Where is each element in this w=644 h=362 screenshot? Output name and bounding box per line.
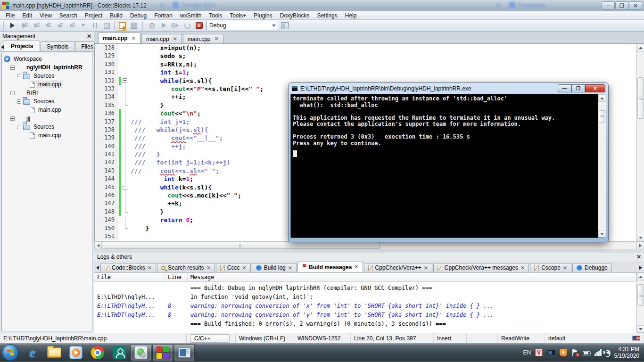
fold-margin[interactable]: [122, 158, 129, 166]
console-title-bar[interactable]: E:\LTHDT\nglyHDH_laptrinhRR\bin\Debug\ng…: [290, 83, 606, 94]
console-close-button[interactable]: ✕: [585, 84, 605, 92]
fold-margin[interactable]: [122, 126, 129, 134]
close-button[interactable]: ✕: [629, 1, 642, 10]
logs-close-icon[interactable]: ✕: [636, 254, 641, 260]
fold-margin[interactable]: [122, 142, 129, 150]
management-close-icon[interactable]: ✕: [87, 33, 91, 40]
tree-item-sources[interactable]: Sources: [3, 123, 91, 131]
editor-vertical-scrollbar[interactable]: [636, 44, 644, 241]
fold-margin[interactable]: [122, 44, 129, 52]
fold-margin[interactable]: [122, 101, 129, 109]
fold-margin[interactable]: [122, 85, 129, 93]
toolbar-grip[interactable]: [2, 21, 4, 30]
code-line-130[interactable]: 130 s=RR(x,n);: [95, 60, 636, 68]
stop-debugger-button[interactable]: ✕: [101, 21, 112, 31]
minimize-button[interactable]: –: [602, 1, 615, 10]
scroll-down-icon[interactable]: [637, 234, 644, 241]
next-line-button[interactable]: [31, 21, 41, 31]
tab-close-icon[interactable]: ✕: [215, 36, 219, 42]
console-minimize-button[interactable]: —: [558, 84, 571, 92]
clock[interactable]: 4:31 PM 5/19/2020: [614, 346, 639, 359]
menu-item-tools[interactable]: Tools: [205, 11, 226, 20]
logs-tab-build-messages[interactable]: Build messages✕: [297, 262, 363, 272]
tree-item-workspace[interactable]: Workspace: [3, 55, 91, 63]
debugging-windows-button[interactable]: [117, 21, 127, 31]
tab-close-icon[interactable]: ✕: [288, 265, 292, 271]
tree-item-rrrr[interactable]: RrRr: [3, 89, 91, 97]
tree-item-nglyhdh-laptrinhrr[interactable]: nglyHDH_laptrinhRR: [3, 63, 91, 72]
tab-close-icon[interactable]: ✕: [242, 265, 247, 271]
tab-close-icon[interactable]: ✕: [354, 264, 358, 270]
tray-v-app-icon[interactable]: V: [535, 349, 543, 356]
fold-margin[interactable]: [122, 118, 129, 126]
tab-close-icon[interactable]: ✕: [563, 265, 567, 271]
expander-icon[interactable]: [17, 99, 21, 104]
editor-tab-2[interactable]: main.cpp✕: [141, 34, 182, 43]
logs-tab-debugge[interactable]: Debugge: [572, 263, 612, 272]
menu-item-view[interactable]: View: [36, 11, 56, 20]
taskbar-codeblocks-icon[interactable]: [152, 344, 173, 361]
next-instruction-button[interactable]: [66, 21, 76, 31]
menu-item-fortran[interactable]: Fortran: [150, 11, 176, 20]
tree-item-main-cpp[interactable]: main.cpp: [3, 106, 91, 114]
menu-item-doxyblocks[interactable]: DoxyBlocks: [276, 11, 314, 20]
fold-margin[interactable]: [122, 224, 129, 232]
taskbar-internet-explorer-icon[interactable]: e: [22, 344, 43, 361]
expander-icon[interactable]: [17, 74, 21, 78]
run-button[interactable]: [158, 21, 169, 31]
build-button[interactable]: [147, 21, 157, 31]
scroll-up-icon[interactable]: [598, 94, 605, 102]
tree-item-sources[interactable]: Sources: [3, 97, 91, 106]
management-tab-symbols[interactable]: Symbols: [41, 41, 74, 51]
fold-margin[interactable]: [122, 191, 129, 199]
build-message-row[interactable]: E:\LTHDT\nglyH...8warning: narrowing con…: [94, 311, 636, 320]
editor-tab-3[interactable]: main.cpp✕: [183, 34, 223, 43]
menu-item-debug[interactable]: Debug: [126, 11, 150, 20]
build-target-dropdown-arrow[interactable]: [270, 21, 278, 30]
tab-close-icon[interactable]: ✕: [206, 265, 211, 271]
code-line-131[interactable]: 131 int i=1;: [95, 68, 636, 76]
fold-margin[interactable]: [122, 208, 129, 216]
logs-tab-cccc[interactable]: Cccc✕: [216, 263, 251, 272]
fold-margin[interactable]: [122, 150, 129, 158]
rebuild-button[interactable]: [182, 21, 192, 31]
menu-item-help[interactable]: Help: [341, 11, 361, 20]
title-bar[interactable]: main.cpp [nglyHDH_laptrinhRR] - Code::Bl…: [0, 0, 644, 11]
fold-margin[interactable]: [122, 232, 129, 240]
debug-continue-button[interactable]: [7, 21, 17, 31]
run-to-cursor-button[interactable]: [19, 21, 29, 31]
console-scrollbar[interactable]: [598, 94, 606, 238]
tray-battery-icon[interactable]: [583, 351, 590, 355]
compiler-options-button[interactable]: [280, 21, 290, 31]
taskbar-media-player-icon[interactable]: [66, 344, 86, 361]
taskbar-unikey-icon[interactable]: [131, 344, 151, 361]
fold-margin[interactable]: [122, 199, 129, 207]
fold-margin[interactable]: [122, 134, 129, 142]
expander-icon[interactable]: [10, 66, 15, 70]
tree-item-main-cpp[interactable]: main.cpp: [3, 80, 91, 89]
status-language[interactable]: C/C++: [187, 333, 236, 343]
fold-margin[interactable]: [122, 175, 129, 183]
table-header[interactable]: File Line Message: [94, 273, 636, 282]
tray-antivirus-icon[interactable]: [560, 349, 567, 356]
tab-close-icon[interactable]: ✕: [173, 36, 177, 42]
menu-item-file[interactable]: File: [2, 11, 18, 20]
code-line-129[interactable]: 129 sodo s;: [95, 52, 636, 60]
toolbar-grip[interactable]: [142, 21, 144, 30]
menu-item-search[interactable]: Search: [56, 11, 81, 20]
editor-tab-1[interactable]: main.cpp✕: [98, 33, 140, 43]
tab-close-icon[interactable]: ✕: [424, 265, 428, 271]
break-debugger-button[interactable]: [90, 21, 100, 31]
expander-icon[interactable]: [10, 91, 15, 95]
menu-item-edit[interactable]: Edit: [18, 11, 36, 20]
logs-tab-cppcheck-veraplusplus[interactable]: CppCheck/Vera++✕: [364, 263, 432, 272]
code-line-128[interactable]: 128 x=input(n);: [95, 44, 636, 52]
logs-tab-search-results[interactable]: Search results✕: [157, 263, 215, 272]
menu-item-toolsplus[interactable]: Tools+: [226, 11, 250, 20]
scroll-down-icon[interactable]: [598, 230, 605, 238]
menu-item-wxsmith[interactable]: wxSmith: [176, 11, 205, 20]
taskbar-explorer-icon[interactable]: [44, 344, 65, 361]
scroll-up-icon[interactable]: [637, 273, 644, 280]
build-message-row[interactable]: === Build finished: 0 error(s), 2 warnin…: [94, 320, 636, 329]
tree-item-sources[interactable]: Sources: [3, 72, 91, 80]
